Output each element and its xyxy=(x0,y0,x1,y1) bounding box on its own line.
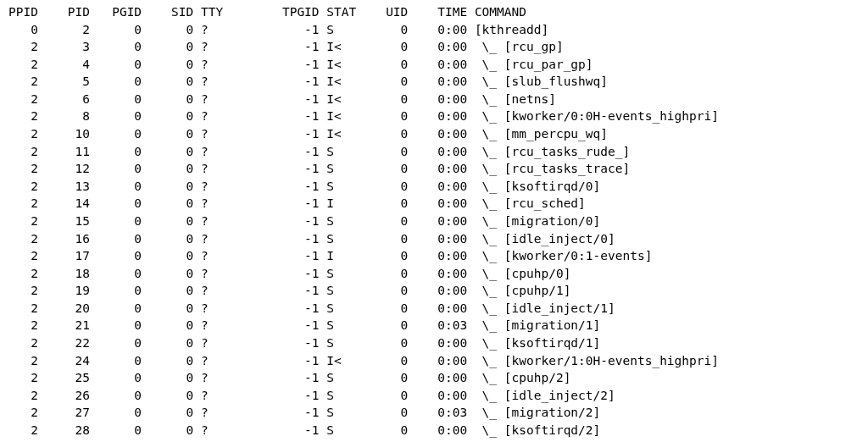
cell-command: \_ [ksoftirqd/1] xyxy=(467,334,600,352)
cell-pid: 18 xyxy=(38,265,90,283)
cell-sid: 0 xyxy=(142,282,193,300)
cell-time: 0:00 xyxy=(408,282,467,300)
cell-tty: ? xyxy=(201,439,231,442)
cell-stat: I< xyxy=(326,91,364,108)
cell-sid: 0 xyxy=(142,369,193,387)
process-row: 23000 ?-1 I<00:00 \_ [kworker/2:0H-kbloc… xyxy=(8,439,860,442)
cell-time: 0:00 xyxy=(408,265,467,283)
process-row: 0200 ?-1 S00:00 [kthreadd] xyxy=(8,21,860,39)
cell-sid: 0 xyxy=(142,178,193,196)
cell-pgid: 0 xyxy=(90,422,142,439)
col-tty: TTY xyxy=(201,3,231,21)
cell-pgid: 0 xyxy=(90,38,142,56)
cell-command: \_ [ksoftirqd/2] xyxy=(467,422,600,439)
cell-tty: ? xyxy=(201,422,231,439)
process-row: 22500 ?-1 S00:00 \_ [cpuhp/2] xyxy=(8,369,860,387)
cell-stat: I xyxy=(326,247,364,265)
cell-time: 0:03 xyxy=(408,404,467,422)
cell-tty: ? xyxy=(201,21,231,39)
cell-sid: 0 xyxy=(142,213,193,230)
cell-command: \_ [cpuhp/2] xyxy=(467,369,570,387)
cell-tty: ? xyxy=(201,108,231,125)
col-pid: PID xyxy=(38,3,90,21)
cell-time: 0:00 xyxy=(408,334,467,352)
col-pgid: PGID xyxy=(90,3,142,21)
cell-sid: 0 xyxy=(142,143,193,161)
cell-stat: S xyxy=(326,213,364,230)
cell-pgid: 0 xyxy=(90,230,142,248)
cell-stat: S xyxy=(326,178,364,196)
cell-sid: 0 xyxy=(142,352,193,370)
header-row: PPIDPIDPGIDSID TTYTPGID STATUIDTIME COMM… xyxy=(8,3,860,21)
cell-ppid: 2 xyxy=(8,439,38,442)
cell-sid: 0 xyxy=(142,300,193,318)
cell-ppid: 2 xyxy=(8,91,38,108)
cell-ppid: 2 xyxy=(8,56,38,74)
cell-tty: ? xyxy=(201,247,231,265)
cell-stat: I< xyxy=(326,73,364,91)
cell-tpgid: -1 xyxy=(231,91,320,108)
cell-pgid: 0 xyxy=(90,352,142,370)
cell-uid: 0 xyxy=(364,265,408,283)
cell-stat: I xyxy=(326,195,364,213)
cell-tpgid: -1 xyxy=(231,352,320,370)
cell-uid: 0 xyxy=(364,404,408,422)
cell-command: \_ [idle_inject/2] xyxy=(467,387,615,405)
cell-stat: I< xyxy=(326,38,364,56)
cell-stat: S xyxy=(326,300,364,318)
cell-uid: 0 xyxy=(364,422,408,439)
cell-command: \_ [migration/2] xyxy=(467,404,600,422)
cell-ppid: 0 xyxy=(8,21,38,39)
cell-tpgid: -1 xyxy=(231,125,320,143)
cell-time: 0:00 xyxy=(408,38,467,56)
cell-uid: 0 xyxy=(364,56,408,74)
cell-pid: 10 xyxy=(38,125,90,143)
cell-time: 0:00 xyxy=(408,300,467,318)
cell-pid: 16 xyxy=(38,230,90,248)
cell-ppid: 2 xyxy=(8,125,38,143)
cell-sid: 0 xyxy=(142,247,193,265)
cell-tty: ? xyxy=(201,265,231,283)
process-row: 21200 ?-1 S00:00 \_ [rcu_tasks_trace] xyxy=(8,160,860,178)
cell-stat: S xyxy=(326,21,364,39)
cell-uid: 0 xyxy=(364,369,408,387)
cell-time: 0:00 xyxy=(408,178,467,196)
cell-pid: 26 xyxy=(38,387,90,405)
cell-tty: ? xyxy=(201,91,231,108)
cell-sid: 0 xyxy=(142,334,193,352)
cell-tty: ? xyxy=(201,38,231,56)
cell-pid: 30 xyxy=(38,439,90,442)
cell-pgid: 0 xyxy=(90,247,142,265)
cell-pid: 19 xyxy=(38,282,90,300)
cell-command: \_ [ksoftirqd/0] xyxy=(467,178,600,196)
cell-pid: 6 xyxy=(38,91,90,108)
cell-pgid: 0 xyxy=(90,178,142,196)
cell-pid: 14 xyxy=(38,195,90,213)
cell-pid: 22 xyxy=(38,334,90,352)
cell-pgid: 0 xyxy=(90,282,142,300)
cell-stat: S xyxy=(326,422,364,439)
process-row: 22200 ?-1 S00:00 \_ [ksoftirqd/1] xyxy=(8,334,860,352)
cell-pgid: 0 xyxy=(90,91,142,108)
cell-tpgid: -1 xyxy=(231,404,320,422)
cell-command: \_ [slub_flushwq] xyxy=(467,73,608,91)
cell-pid: 27 xyxy=(38,404,90,422)
cell-ppid: 2 xyxy=(8,178,38,196)
process-row: 22000 ?-1 S00:00 \_ [idle_inject/1] xyxy=(8,300,860,318)
process-row: 21100 ?-1 S00:00 \_ [rcu_tasks_rude_] xyxy=(8,143,860,161)
cell-ppid: 2 xyxy=(8,160,38,178)
cell-tty: ? xyxy=(201,73,231,91)
cell-pgid: 0 xyxy=(90,404,142,422)
cell-tpgid: -1 xyxy=(231,282,320,300)
col-stat: STAT xyxy=(326,3,364,21)
cell-stat: S xyxy=(326,265,364,283)
cell-tty: ? xyxy=(201,213,231,230)
cell-time: 0:00 xyxy=(408,369,467,387)
cell-tpgid: -1 xyxy=(231,422,320,439)
cell-tty: ? xyxy=(201,352,231,370)
cell-uid: 0 xyxy=(364,160,408,178)
cell-pid: 13 xyxy=(38,178,90,196)
cell-time: 0:00 xyxy=(408,73,467,91)
cell-time: 0:00 xyxy=(408,247,467,265)
cell-pgid: 0 xyxy=(90,21,142,39)
